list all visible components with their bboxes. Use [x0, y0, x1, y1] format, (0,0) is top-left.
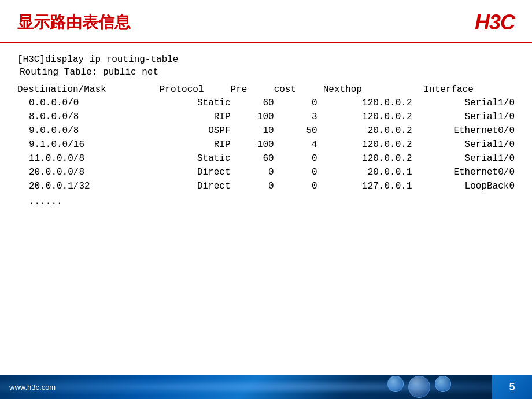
footer-decoration [387, 376, 451, 398]
cell-iface: Serial1/0 [412, 152, 515, 165]
cell-proto: Static [160, 152, 231, 165]
cell-nexthop: 120.0.0.2 [317, 138, 412, 152]
table-row: 20.0.0.0/8Direct0020.0.0.1Ethernet0/0 [17, 165, 515, 179]
decorative-circle-1 [387, 376, 404, 392]
table-row: 11.0.0.0/8Static600120.0.0.2Serial1/0 [17, 152, 515, 165]
decorative-circle-2 [408, 376, 430, 398]
cell-pre: 0 [231, 179, 274, 193]
cell-proto: Direct [160, 165, 231, 179]
routing-table: Destination/Mask Protocol Pre cost Nexth… [17, 83, 515, 193]
footer-url: www.h3c.com [9, 383, 56, 391]
cell-iface: Ethernet0/0 [412, 124, 515, 138]
footer: www.h3c.com [0, 375, 497, 399]
command-line: [H3C]display ip routing-table [17, 54, 515, 65]
cell-nexthop: 120.0.0.2 [317, 110, 412, 124]
cell-dest: 0.0.0.0/0 [17, 96, 160, 110]
cell-nexthop: 127.0.0.1 [317, 179, 412, 193]
cell-pre: 60 [231, 96, 274, 110]
col-header-interface: Interface [412, 83, 515, 96]
cell-dest: 8.0.0.0/8 [17, 110, 160, 124]
table-row: 20.0.0.1/32Direct00127.0.0.1LoopBack0 [17, 179, 515, 193]
cell-iface: Serial1/0 [412, 110, 515, 124]
cell-iface: LoopBack0 [412, 179, 515, 193]
cell-cost: 3 [274, 110, 317, 124]
cell-proto: RIP [160, 110, 231, 124]
col-header-destination: Destination/Mask [17, 83, 160, 96]
cell-iface: Ethernet0/0 [412, 165, 515, 179]
cell-pre: 100 [231, 110, 274, 124]
cell-cost: 4 [274, 138, 317, 152]
ellipsis: ...... [17, 197, 515, 207]
cell-nexthop: 20.0.0.2 [317, 124, 412, 138]
cell-iface: Serial1/0 [412, 138, 515, 152]
cell-pre: 0 [231, 165, 274, 179]
cell-proto: Static [160, 96, 231, 110]
cell-pre: 100 [231, 138, 274, 152]
table-row: 0.0.0.0/0Static600120.0.0.2Serial1/0 [17, 96, 515, 110]
cell-dest: 9.0.0.0/8 [17, 124, 160, 138]
page-number: 5 [492, 375, 532, 399]
col-header-pre: Pre [231, 83, 274, 96]
company-logo: H3C [475, 10, 515, 35]
main-content: [H3C]display ip routing-table Routing Ta… [0, 43, 532, 213]
cell-cost: 0 [274, 165, 317, 179]
cell-cost: 50 [274, 124, 317, 138]
cell-dest: 9.1.0.0/16 [17, 138, 160, 152]
table-row: 8.0.0.0/8RIP1003120.0.0.2Serial1/0 [17, 110, 515, 124]
cell-dest: 20.0.0.0/8 [17, 165, 160, 179]
header: 显示路由表信息 H3C [0, 0, 532, 43]
cell-proto: OSPF [160, 124, 231, 138]
cell-nexthop: 120.0.0.2 [317, 96, 412, 110]
cell-proto: Direct [160, 179, 231, 193]
routing-table-body: 0.0.0.0/0Static600120.0.0.2Serial1/08.0.… [17, 96, 515, 193]
cell-pre: 10 [231, 124, 274, 138]
table-row: 9.1.0.0/16RIP1004120.0.0.2Serial1/0 [17, 138, 515, 152]
cell-nexthop: 120.0.0.2 [317, 152, 412, 165]
cell-dest: 11.0.0.0/8 [17, 152, 160, 165]
col-header-nexthop: Nexthop [317, 83, 412, 96]
cell-nexthop: 20.0.0.1 [317, 165, 412, 179]
decorative-circle-3 [435, 376, 451, 392]
cell-cost: 0 [274, 179, 317, 193]
cell-dest: 20.0.0.1/32 [17, 179, 160, 193]
routing-table-label: Routing Table: public net [17, 67, 515, 77]
col-header-cost: cost [274, 83, 317, 96]
cell-cost: 0 [274, 96, 317, 110]
cell-cost: 0 [274, 152, 317, 165]
page-title: 显示路由表信息 [17, 12, 131, 34]
cell-iface: Serial1/0 [412, 96, 515, 110]
table-header-row: Destination/Mask Protocol Pre cost Nexth… [17, 83, 515, 96]
cell-pre: 60 [231, 152, 274, 165]
col-header-protocol: Protocol [160, 83, 231, 96]
table-row: 9.0.0.0/8OSPF105020.0.0.2Ethernet0/0 [17, 124, 515, 138]
cell-proto: RIP [160, 138, 231, 152]
